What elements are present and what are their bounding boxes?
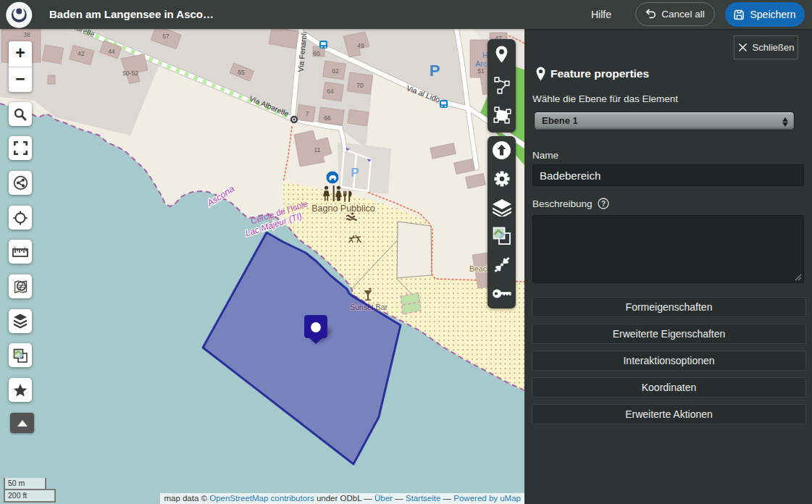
svg-text:7: 7	[306, 110, 309, 117]
svg-text:38: 38	[23, 31, 30, 38]
svg-text:?: ?	[601, 200, 606, 208]
svg-text:70: 70	[356, 82, 364, 89]
svg-text:65: 65	[238, 69, 245, 76]
svg-text:44: 44	[108, 48, 115, 55]
svg-text:42: 42	[78, 50, 85, 57]
svg-text:50-52: 50-52	[122, 70, 138, 77]
svg-text:51: 51	[477, 67, 485, 75]
svg-text:62: 62	[332, 67, 339, 75]
svg-text:P: P	[351, 166, 359, 180]
svg-text:Bagno Pubblico: Bagno Pubblico	[311, 203, 375, 214]
svg-text:66: 66	[324, 114, 331, 122]
svg-text:57: 57	[162, 33, 169, 40]
svg-text:64: 64	[327, 88, 334, 95]
svg-text:60: 60	[313, 50, 320, 57]
svg-text:P: P	[430, 62, 440, 80]
svg-text:11: 11	[314, 146, 321, 154]
svg-text:49: 49	[357, 42, 364, 49]
